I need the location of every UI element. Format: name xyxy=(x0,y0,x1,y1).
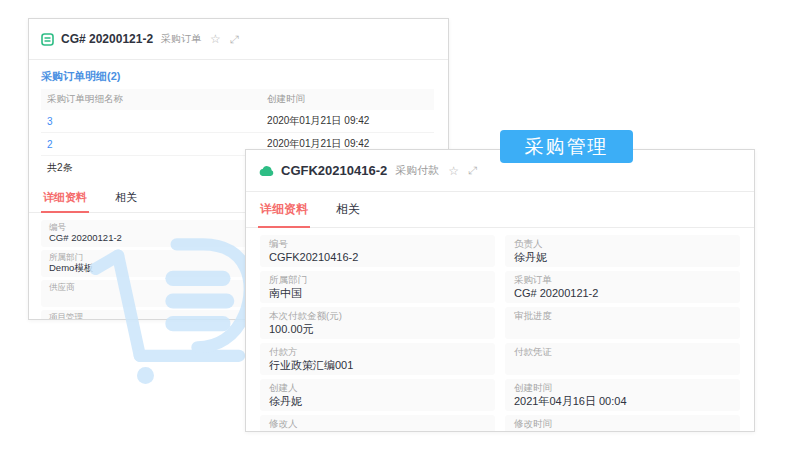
field-created-time: 创建时间 2021年04月16日 00:04 xyxy=(505,379,740,411)
expand-icon[interactable]: ⤢ xyxy=(468,165,477,176)
purchase-payment-title: CGFK20210416-2 xyxy=(281,163,387,178)
modifier-link[interactable]: 徐丹妮 xyxy=(269,430,486,432)
table-header-row: 采购订单明细名称 创建时间 xyxy=(41,89,434,110)
column-header-created: 创建时间 xyxy=(261,89,434,110)
owner-link[interactable]: 徐丹妮 xyxy=(514,250,731,264)
field-payment-amount: 本次付款金额(元) 100.00元 xyxy=(260,307,495,339)
creator-link[interactable]: 徐丹妮 xyxy=(269,394,486,408)
field-label: 负责人 xyxy=(514,238,731,250)
field-label: 审批进度 xyxy=(514,310,731,322)
field-creator: 创建人 徐丹妮 xyxy=(260,379,495,411)
field-payment-voucher: 付款凭证 xyxy=(505,343,740,375)
field-label: 修改人 xyxy=(269,418,486,430)
field-label: 创建人 xyxy=(269,382,486,394)
field-value xyxy=(514,322,731,336)
field-value xyxy=(514,358,731,372)
field-value: CGFK20210416-2 xyxy=(269,250,486,264)
order-detail-section-title: 采购订单明细(2) xyxy=(29,60,448,89)
field-value: 100.00元 xyxy=(269,322,486,336)
column-header-name: 采购订单明细名称 xyxy=(41,89,261,110)
star-icon[interactable]: ☆ xyxy=(210,33,221,45)
field-label: 所属部门 xyxy=(269,274,486,286)
module-badge-purchase-management[interactable]: 采购管理 xyxy=(500,130,633,163)
tab-related[interactable]: 相关 xyxy=(334,192,362,227)
purchase-payment-type-label: 采购付款 xyxy=(395,163,439,178)
front-card-tabs: 详细资料 相关 xyxy=(246,192,754,228)
field-modifier: 修改人 徐丹妮 xyxy=(260,415,495,432)
field-number: 编号 CGFK20210416-2 xyxy=(260,235,495,267)
tab-details[interactable]: 详细资料 xyxy=(258,192,310,228)
field-modified-time: 修改时间 2021年04月16日 00:04 xyxy=(505,415,740,432)
purchase-order-link[interactable]: CG# 20200121-2 xyxy=(514,286,731,300)
field-label: 本次付款金额(元) xyxy=(269,310,486,322)
field-payer: 付款方 行业政策汇编001 xyxy=(260,343,495,375)
detail-name-link[interactable]: 2 xyxy=(47,139,53,150)
field-approval-progress: 审批进度 xyxy=(505,307,740,339)
cart-wheel xyxy=(137,367,154,384)
field-label: 编号 xyxy=(269,238,486,250)
tab-details[interactable]: 详细资料 xyxy=(41,184,89,213)
table-row[interactable]: 3 2020年01月21日 09:42 xyxy=(41,110,434,133)
purchase-payment-card: CGFK20210416-2 采购付款 ☆ ⤢ 详细资料 相关 编号 CGFK2… xyxy=(245,149,755,432)
field-value: 2021年04月16日 00:04 xyxy=(514,430,731,432)
detail-name-link[interactable]: 3 xyxy=(47,116,53,127)
purchase-order-header: CG# 20200121-2 采购订单 ☆ ⤢ xyxy=(29,19,448,60)
field-owner: 负责人 徐丹妮 xyxy=(505,235,740,267)
purchase-order-icon xyxy=(41,33,54,46)
field-department: 所属部门 南中国 xyxy=(260,271,495,303)
field-label: 采购订单 xyxy=(514,274,731,286)
purchase-order-type-label: 采购订单 xyxy=(161,32,201,46)
field-value: 2021年04月16日 00:04 xyxy=(514,394,731,408)
detail-created-time: 2020年01月21日 09:42 xyxy=(261,110,434,133)
field-label: 付款凭证 xyxy=(514,346,731,358)
purchase-order-title: CG# 20200121-2 xyxy=(61,32,153,46)
field-label: 修改时间 xyxy=(514,418,731,430)
expand-icon[interactable]: ⤢ xyxy=(230,34,239,45)
field-label: 付款方 xyxy=(269,346,486,358)
purchase-payment-icon xyxy=(258,165,274,177)
star-icon[interactable]: ☆ xyxy=(448,165,459,177)
payer-link[interactable]: 行业政策汇编001 xyxy=(269,358,486,372)
field-value: 南中国 xyxy=(269,286,486,300)
field-label: 创建时间 xyxy=(514,382,731,394)
field-purchase-order: 采购订单 CG# 20200121-2 xyxy=(505,271,740,303)
tab-related[interactable]: 相关 xyxy=(113,184,139,212)
front-card-fields: 编号 CGFK20210416-2 负责人 徐丹妮 所属部门 南中国 采购订单 … xyxy=(246,228,754,432)
